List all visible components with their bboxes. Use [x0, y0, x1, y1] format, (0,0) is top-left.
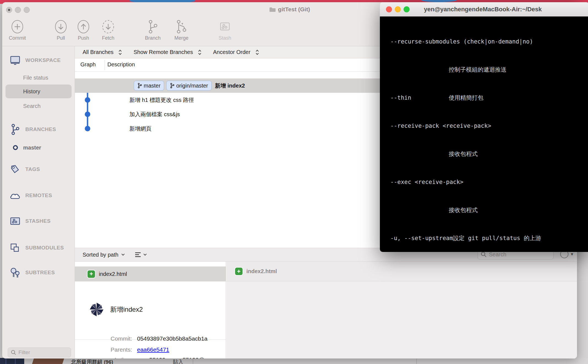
divider [193, 358, 193, 364]
list-view-dropdown[interactable] [135, 252, 147, 257]
sidebar-section-subtrees[interactable]: SUBTREES [2, 267, 75, 278]
terminal-minimize-button[interactable] [395, 6, 401, 12]
stepper-icon [118, 49, 122, 56]
sidebar-item-search[interactable]: Search [2, 100, 75, 112]
stash-icon [210, 18, 240, 35]
chevron-down-icon [121, 253, 125, 256]
terminal-output[interactable]: --recurse-submodules (check|on-demand|no… [380, 17, 588, 252]
commit-author: asce55123 <asce55123@ [137, 357, 205, 358]
commit-message: 新增 index2 [215, 82, 245, 89]
column-divider[interactable] [105, 60, 105, 70]
column-header-graph[interactable]: Graph [80, 61, 96, 68]
commit-parents-row: Parents: eaa66e5471 [75, 346, 226, 353]
commit-message: 新增 h1 標題更改 css 路徑 [129, 96, 194, 104]
diff-panel: + index2.html [226, 262, 577, 358]
search-icon [481, 251, 487, 257]
commit-detail-title: 新增index2 [110, 305, 143, 314]
stash-button[interactable]: Stash [210, 18, 240, 41]
sidebar-section-branches[interactable]: BRANCHES [2, 124, 75, 135]
added-file-icon: + [88, 270, 95, 278]
commit-message: 新增網頁 [129, 125, 151, 132]
subtrees-icon [9, 267, 21, 278]
fetch-arrow-down-dashed-icon [93, 18, 123, 35]
commit-author-avatar [89, 301, 105, 317]
sidebar-item-master[interactable]: master [2, 142, 75, 153]
changed-files-panel: + index2.html 新增index2 Commit: 05493897e… [75, 262, 226, 358]
ref-badges: master origin/master [134, 81, 212, 91]
commit-hash-row: Commit: 05493897e30b5b8a5acb1a [75, 335, 226, 342]
background-window-fragment [32, 358, 64, 364]
workspace-monitor-icon [9, 55, 21, 65]
divider [416, 358, 417, 364]
sidebar-section-remotes[interactable]: REMOTES [2, 190, 75, 201]
merge-button[interactable]: Merge [166, 18, 197, 41]
commit-author-row: Author: asce55123 <asce55123@ [75, 357, 226, 358]
sidebar-section-tags[interactable]: TAGS [2, 164, 75, 175]
remote-branches-dropdown[interactable]: Show Remote Branches [134, 49, 202, 56]
commit-plus-icon [2, 18, 32, 35]
terminal-titlebar: yen@yanchengendeMacBook-Air:~/Desk [380, 2, 588, 17]
file-name: index2.html [246, 268, 277, 275]
wallpaper-shape [421, 0, 457, 2]
commit-hash: 05493897e30b5b8a5acb1a [137, 335, 208, 342]
terminal-close-button[interactable] [386, 6, 392, 12]
stepper-icon [198, 49, 202, 56]
branch-badge: master [134, 81, 164, 91]
background-window-text: 貼入 [173, 358, 183, 364]
terminal-zoom-button[interactable] [404, 6, 410, 12]
order-dropdown[interactable]: Ancestor Order [213, 49, 259, 56]
background-window-text: 北所級用群組 (96) [71, 358, 113, 364]
branch-button[interactable]: Branch [138, 18, 168, 41]
branch-filter-dropdown[interactable]: All Branches [83, 49, 122, 56]
merge-icon [166, 18, 197, 35]
file-row-selected[interactable]: + index2.html [75, 267, 226, 281]
stepper-icon [255, 49, 259, 56]
search-input[interactable] [489, 251, 544, 258]
added-file-icon: + [235, 268, 243, 275]
submodules-icon [9, 243, 21, 253]
diff-file-header[interactable]: + index2.html [226, 262, 577, 281]
filter-input[interactable] [18, 349, 65, 355]
sidebar-section-submodules[interactable]: SUBMODULES [2, 242, 75, 253]
branch-icon [137, 83, 142, 88]
branch-icon [170, 83, 175, 88]
branches-icon [9, 124, 21, 135]
stashes-icon [9, 217, 21, 226]
list-icon [135, 252, 141, 257]
column-header-description[interactable]: Description [107, 61, 135, 68]
chevron-down-icon [143, 253, 147, 256]
file-name: index2.html [99, 271, 127, 277]
parent-commit-link[interactable]: eaa66e5471 [137, 346, 169, 353]
remotes-cloud-icon [9, 191, 21, 200]
commit-button[interactable]: Commit [2, 18, 32, 41]
sidebar: WORKSPACE File status History Search BRA… [2, 46, 75, 358]
folder-icon [269, 7, 276, 12]
tags-icon [9, 164, 21, 175]
commit-message: 加入兩個檔案 css&js [129, 111, 180, 118]
sidebar-filter-box [8, 347, 71, 357]
search-icon [11, 350, 16, 355]
fetch-button[interactable]: Fetch [93, 18, 123, 41]
terminal-window: yen@yanchengendeMacBook-Air:~/Desk --rec… [380, 2, 588, 252]
branch-badge: origin/master [166, 81, 212, 91]
sidebar-item-file-status[interactable]: File status [2, 72, 75, 83]
sidebar-section-stashes[interactable]: STASHES [2, 216, 75, 227]
sidebar-section-workspace: WORKSPACE [2, 55, 75, 66]
sidebar-item-history[interactable]: History [6, 85, 72, 98]
chevron-down-icon: ▼ [570, 252, 574, 256]
sorted-by-path-dropdown[interactable]: Sorted by path [83, 252, 125, 258]
background-window-fragment [0, 358, 24, 364]
current-branch-icon [12, 145, 19, 151]
background-window-strip: 北所級用群組 (96) 貼入 [0, 358, 588, 364]
branch-icon [138, 18, 168, 35]
terminal-title: yen@yanchengendeMacBook-Air:~/Desk [424, 6, 542, 13]
